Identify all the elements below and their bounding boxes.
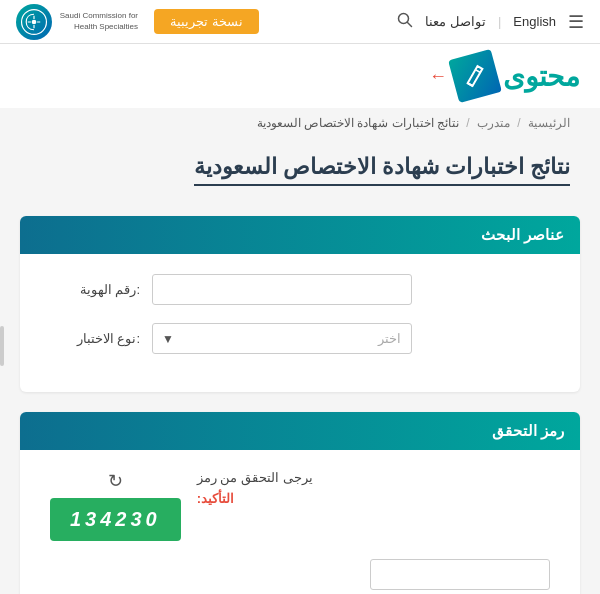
breadcrumb-sep-2: / [466,116,469,130]
exam-type-label: :نوع الاختبار [50,331,140,346]
captcha-panel-header: رمز التحقق [20,412,580,450]
breadcrumb-trainee[interactable]: متدرب [477,116,510,130]
captcha-input[interactable] [370,559,550,590]
captcha-panel-body: يرجى التحقق من رمز التأكيد: ↻ 134230 [20,450,580,594]
exam-type-row: اختر نوع 1 نوع 2 ▼ :نوع الاختبار [50,323,550,354]
captcha-image-area: ↻ 134230 [50,470,181,541]
logo[interactable]: محتوى ← [429,54,580,98]
scfhs-logo: Saudi Commission for Health Specialties [16,4,138,40]
logo-pencil-icon [448,49,502,103]
exam-select-wrapper: اختر نوع 1 نوع 2 ▼ [152,323,412,354]
contact-link[interactable]: تواصل معنا [425,14,486,29]
language-toggle[interactable]: English [513,14,556,29]
breadcrumb-sep-1: / [517,116,520,130]
hamburger-icon[interactable]: ☰ [568,11,584,33]
svg-line-1 [408,22,412,26]
navbar-left: ☰ English | تواصل معنا [397,11,584,33]
captcha-row: يرجى التحقق من رمز التأكيد: ↻ 134230 [50,470,550,541]
scfhs-text: Saudi Commission for Health Specialties [58,11,138,32]
main-content: عناصر البحث :رقم الهوية اختر نوع 1 نوع 2… [0,206,600,594]
id-row: :رقم الهوية [50,274,550,305]
logo-section: محتوى ← [0,44,600,108]
search-icon[interactable] [397,12,413,32]
logo-text: محتوى [503,60,580,93]
search-panel-header: عناصر البحث [20,216,580,254]
id-label: :رقم الهوية [50,282,140,297]
refresh-icon[interactable]: ↻ [108,470,123,492]
navbar: ☰ English | تواصل معنا نسخة تجريبية Saud… [0,0,600,44]
scroll-indicator [0,326,4,366]
page-title-section: نتائج اختبارات شهادة الاختصاص السعودية [0,138,600,206]
captcha-panel: رمز التحقق يرجى التحقق من رمز التأكيد: ↻… [20,412,580,594]
logo-arrow-icon: ← [429,66,447,87]
nav-divider: | [498,14,501,29]
search-panel-body: :رقم الهوية اختر نوع 1 نوع 2 ▼ :نوع الاخ… [20,254,580,392]
breadcrumb-home[interactable]: الرئيسية [528,116,570,130]
captcha-confirm-label: التأكيد: [197,491,234,506]
page-title: نتائج اختبارات شهادة الاختصاص السعودية [194,154,570,186]
exam-type-select[interactable]: اختر نوع 1 نوع 2 [152,323,412,354]
captcha-hint-text: يرجى التحقق من رمز [197,470,313,485]
navbar-right: نسخة تجريبية Saudi Commission for Health… [16,4,259,40]
id-input[interactable] [152,274,412,305]
search-panel: عناصر البحث :رقم الهوية اختر نوع 1 نوع 2… [20,216,580,392]
breadcrumb: الرئيسية / متدرب / نتائج اختبارات شهادة … [0,108,600,138]
breadcrumb-current: نتائج اختبارات شهادة الاختصاص السعودية [257,116,459,130]
scfhs-logo-circle [16,4,52,40]
captcha-hint-area: يرجى التحقق من رمز التأكيد: [197,470,313,506]
captcha-image: 134230 [50,498,181,541]
trial-button[interactable]: نسخة تجريبية [154,9,259,34]
svg-point-3 [32,19,37,24]
